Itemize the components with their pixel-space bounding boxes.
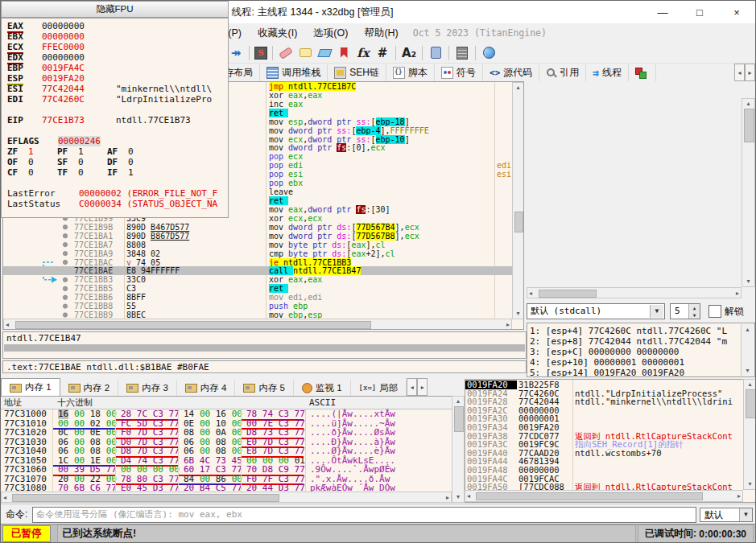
stack-panel[interactable]: 0019FA2031B225F80019FA2477C4260Cntdll."L…	[465, 379, 756, 503]
flags-row[interactable]: OF0SF0DF0	[2, 157, 233, 167]
stack-horizontal-scrollbar[interactable]: ◂ ▸	[465, 490, 743, 502]
argument-row[interactable]: 3: [esp+C] 00000000 00000000	[530, 347, 679, 357]
argument-row[interactable]: 5: [esp+14] 0019FA20 0019FA20	[530, 368, 684, 377]
patch-icon[interactable]	[278, 45, 294, 61]
tab-scroll-right[interactable]: ▸	[745, 64, 755, 81]
label-icon[interactable]	[316, 45, 333, 61]
tab-script[interactable]: 脚本	[386, 64, 435, 81]
dump-tab-scroll-right[interactable]: ▸	[417, 378, 428, 396]
menu-item-6[interactable]: 选项(O)	[305, 23, 356, 43]
menu-item-5[interactable]: 收藏夹(I)	[250, 23, 305, 43]
arguments-scrollbar[interactable]: ▴ ▾	[741, 324, 754, 376]
globe-icon[interactable]	[481, 45, 497, 61]
tab-source[interactable]: <>源代码	[483, 64, 539, 81]
disasm-row[interactable]: 77CE1BA78808mov byte ptr ds:[eax],cl	[3, 241, 514, 249]
stepper-arrows-icon[interactable]: ▲▼	[688, 304, 700, 319]
registers-horizontal-scrollbar[interactable]: ◂ ▸	[527, 287, 742, 298]
disasm-row[interactable]: 77CE1BAEE8 94FFFFFFcall ntdll.77CE1B47	[3, 266, 514, 275]
register-row-eip[interactable]: EIP77CE1B73ntdll.77CE1B73	[2, 115, 228, 125]
registers-vertical-scrollbar[interactable]: ▴ ▾	[742, 98, 755, 287]
memory-dump-panel[interactable]: 地址 十六进制 ASCII 77C3100016 00 18 0028 7C C…	[1, 396, 465, 503]
bookmark-icon[interactable]	[336, 45, 352, 61]
seh-icon[interactable]: S	[254, 47, 267, 60]
calling-convention-select[interactable]: 默认 (stdcall) ▼	[527, 303, 665, 319]
disasm-row[interactable]: 77CE1BB855push ebp	[3, 302, 514, 311]
disasm-instruction: call ntdll.77CE1B47	[269, 266, 493, 275]
tab-symbols[interactable]: 符号	[435, 64, 483, 81]
disasm-row[interactable]: 77CE1BA93848 02cmp byte ptr ds:[eax+2],c…	[3, 249, 514, 258]
register-row-esi[interactable]: ESI77C42044"minkernel\\ntdll\	[2, 84, 228, 94]
dump-horizontal-scrollbar[interactable]: ◂ ▸	[1, 492, 452, 503]
run-to-user-code-icon[interactable]: ↠	[228, 45, 244, 61]
disasm-row[interactable]: 77CE1BACv 74 05je ntdll.77CE1BB3	[3, 258, 514, 267]
calculator-icon[interactable]	[454, 45, 470, 61]
tab-scroll-left[interactable]: ◂	[734, 64, 745, 81]
disasm-row[interactable]: 77CE1BA1890D B867D577mov dword ptr ds:[7…	[3, 232, 514, 241]
unlock-checkbox[interactable]	[708, 305, 721, 318]
argument-row[interactable]: 2: [esp+8] 77C42044 ntdll.77C42044 "m	[530, 336, 727, 347]
disasm-row[interactable]: 77CE1BB5C3ret	[3, 284, 514, 293]
disasm-address: 77CE1BA7	[74, 241, 122, 249]
tab-dump-2[interactable]: 内存 2	[60, 380, 119, 396]
disasm-horizontal-scrollbar[interactable]: ◂ ▸	[3, 319, 512, 330]
menu-item-7[interactable]: 帮助(H)	[356, 23, 406, 43]
tab-handles[interactable]	[629, 64, 656, 81]
chevron-down-icon[interactable]: ▼	[739, 508, 752, 521]
tab-dump-5[interactable]: 内存 5	[235, 380, 294, 396]
disasm-instruction: mov dword ptr ds:[77D567B8],ecx	[269, 232, 493, 241]
tab-dump-4[interactable]: 内存 4	[177, 380, 236, 396]
dump-tab-scroll-left[interactable]: ◂	[407, 378, 417, 396]
disasm-row[interactable]: 77CE1B9B890D B467D577mov dword ptr ds:[7…	[3, 223, 514, 232]
tab-threads[interactable]: ⇉线程	[586, 64, 629, 81]
disasm-vertical-scrollbar[interactable]: ▴ ▾	[512, 82, 524, 319]
stack-comment: ntdll.wcstombs+70	[575, 449, 661, 458]
tab-dump-3[interactable]: 内存 3	[118, 380, 177, 396]
tab-dump-1[interactable]: 内存 1	[1, 378, 60, 396]
notes-device-icon[interactable]	[428, 45, 444, 61]
tab-seh-chain[interactable]: SEH链	[328, 64, 386, 81]
disasm-row[interactable]: 77CE1BB333C0xor eax,eax	[3, 275, 514, 284]
stack-row[interactable]: 0019FA340019FA20	[465, 423, 743, 432]
chevron-down-icon[interactable]: ▼	[650, 305, 663, 318]
last-laststatus-row[interactable]: LastStatusC0000034 (STATUS_OBJECT_NA	[2, 199, 228, 209]
command-mode-select[interactable]: 默认 ▼	[700, 508, 753, 522]
argument-count-stepper[interactable]: 5 ▲▼	[670, 303, 700, 319]
hash-icon[interactable]: #	[374, 45, 390, 61]
stack-row[interactable]: 0019FA2031B225F8	[465, 381, 743, 389]
registers-list[interactable]: EAX00000000EBX00000000ECXFFEC0000EDX0000…	[1, 18, 229, 218]
disasm-address: 77CE1BAE	[74, 266, 122, 275]
register-row-eax[interactable]: EAX00000000	[2, 21, 228, 31]
disasm-instruction: push ebp	[269, 302, 493, 311]
dump-vertical-scrollbar[interactable]: ▴ ▾	[452, 396, 465, 503]
stack-vertical-scrollbar[interactable]: ▴ ▾	[743, 379, 756, 490]
eflags-row[interactable]: EFLAGS00000246	[2, 136, 228, 146]
last-lasterror-row[interactable]: LastError00000002 (ERROR_FILE_NOT_F	[2, 188, 228, 199]
stack-row[interactable]: 0019FA4800000000	[465, 466, 743, 475]
function-icon[interactable]: fx	[355, 45, 371, 61]
argument-row[interactable]: 4: [esp+10] 00000001 00000001	[530, 357, 684, 368]
tab-references[interactable]: 引用	[539, 64, 586, 81]
register-row-ebx[interactable]: EBX00000000	[2, 31, 228, 42]
tab-call-stack[interactable]: 调用堆栈	[260, 64, 328, 81]
close-button[interactable]: ×	[718, 1, 755, 23]
register-row-esp[interactable]: ESP0019FA20	[2, 73, 228, 84]
comment-icon[interactable]	[297, 45, 313, 61]
tab-watch-1[interactable]: 监视 1	[294, 380, 351, 396]
dump-hex-group: 00 00 00 00	[115, 465, 178, 475]
register-row-ebp[interactable]: EBP0019FA4C	[2, 63, 228, 73]
maximize-button[interactable]: □	[681, 1, 718, 23]
minimize-button[interactable]: —	[644, 1, 681, 23]
disasm-row[interactable]: 77CE1BB68BFFmov edi,edi	[3, 293, 514, 302]
register-row-edi[interactable]: EDI77C4260C"LdrpInitializePro	[2, 94, 228, 105]
argument-row[interactable]: 1: [esp+4] 77C4260C ntdll.77C4260C "L	[530, 326, 727, 336]
flags-row[interactable]: ZF1PF1AF0	[2, 146, 233, 157]
arguments-panel[interactable]: ▴ ▾ 1: [esp+4] 77C4260C ntdll.77C4260C "…	[527, 323, 755, 377]
dump-address: 77C31060	[4, 465, 51, 475]
flags-row[interactable]: CF0TF0IF1	[2, 167, 233, 178]
hide-fpu-button[interactable]: 隐藏FPU	[1, 1, 229, 18]
register-row-edx[interactable]: EDX00000000	[2, 52, 228, 63]
command-input[interactable]	[32, 507, 696, 523]
case-convert-icon[interactable]: A₂	[401, 45, 417, 61]
tab-locals[interactable]: [x=]局部	[351, 380, 407, 396]
register-row-ecx[interactable]: ECXFFEC0000	[2, 42, 228, 52]
